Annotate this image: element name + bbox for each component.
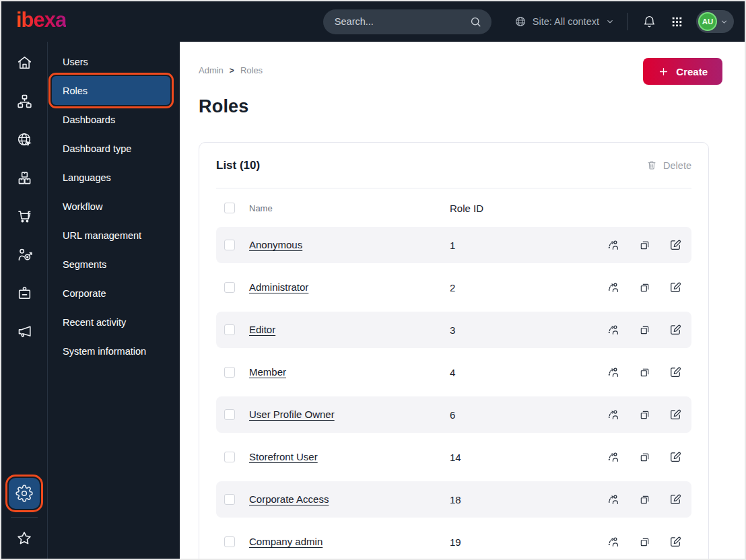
assign-users-button[interactable] [607,238,620,252]
row-checkbox[interactable] [224,494,235,505]
corporate-badge-icon[interactable] [1,274,47,312]
chevron-down-icon [605,17,615,26]
row-checkbox[interactable] [224,282,235,293]
ibexa-logo[interactable]: ibexa [16,9,66,34]
menu-item-url-management[interactable]: URL management [48,221,180,250]
admin-gear-icon[interactable] [9,478,40,509]
menu-item-system-information[interactable]: System information [48,337,180,365]
copy-role-button[interactable] [638,408,651,421]
edit-role-button[interactable] [669,535,682,549]
assign-users-button[interactable] [607,535,620,549]
screenshot-frame: ibexa Search... Site: All context [0,0,746,560]
assign-users-button[interactable] [607,365,620,379]
copy-role-button[interactable] [638,323,651,337]
role-id-value: 2 [450,282,607,293]
list-title: List (10) [216,159,260,172]
assign-users-button[interactable] [607,450,620,464]
edit-role-button[interactable] [669,323,682,337]
role-id-value: 6 [450,409,607,421]
copy-role-button[interactable] [638,238,651,252]
icon-rail [1,42,47,559]
edit-icon [669,238,682,252]
app-switcher-button[interactable] [669,14,685,30]
bookmarks-star-icon[interactable] [1,524,47,553]
breadcrumb-separator: > [230,66,234,75]
menu-item-users[interactable]: Users [48,47,180,76]
bell-icon [642,15,656,29]
role-id-value: 3 [450,324,607,336]
copy-icon [638,409,651,421]
row-checkbox[interactable] [224,409,235,420]
menu-item-dashboard-type[interactable]: Dashboard type [48,134,180,163]
search-icon [469,15,482,28]
products-boxes-icon[interactable] [1,159,47,197]
site-globe-icon[interactable] [1,120,47,159]
role-name-link[interactable]: Administrator [249,281,308,293]
breadcrumb-roles[interactable]: Roles [240,65,263,75]
edit-role-button[interactable] [669,365,682,379]
edit-role-button[interactable] [669,450,682,464]
table-body: Anonymous 1 [216,227,691,559]
copy-icon [638,493,651,506]
row-checkbox[interactable] [224,452,235,462]
home-icon[interactable] [1,44,47,82]
app-grid-icon [671,15,683,28]
role-name-link[interactable]: Corporate Access [249,493,329,505]
role-name-link[interactable]: Anonymous [249,239,302,250]
edit-role-button[interactable] [669,493,682,506]
menu-item-workflow[interactable]: Workflow [48,192,180,221]
admin-menu: Users Roles Dashboards Dashboard type La… [47,42,180,559]
admin-menu-items: Users Roles Dashboards Dashboard type La… [48,47,180,365]
plus-icon [658,66,669,77]
role-id-value: 18 [450,494,607,505]
row-checkbox[interactable] [224,367,235,378]
notifications-button[interactable] [641,13,658,30]
role-name-link[interactable]: Company admin [249,536,323,547]
menu-item-dashboards[interactable]: Dashboards [48,105,180,134]
copy-role-button[interactable] [638,450,651,464]
role-name-link[interactable]: Storefront User [249,451,318,462]
create-button[interactable]: Create [643,58,722,85]
breadcrumb-admin[interactable]: Admin [199,65,224,75]
edit-icon [669,493,682,506]
personalization-target-icon[interactable] [1,236,47,274]
assign-users-button[interactable] [607,323,620,337]
assign-users-button[interactable] [607,493,620,506]
menu-item-segments[interactable]: Segments [48,250,180,279]
assign-users-button[interactable] [607,408,620,421]
assign-users-button[interactable] [607,281,620,294]
table-row: Company admin 19 [216,524,691,559]
delete-button[interactable]: Delete [646,160,691,171]
copy-role-button[interactable] [638,493,651,506]
column-header-role-id: Role ID [450,203,607,214]
copy-role-button[interactable] [638,365,651,379]
table-row: Member 4 [216,354,691,390]
menu-item-label: System information [63,346,146,357]
copy-icon [638,281,651,294]
row-checkbox[interactable] [224,240,235,250]
role-name-link[interactable]: User Profile Owner [249,409,335,420]
select-all-checkbox[interactable] [224,203,235,213]
assign-user-icon [607,450,620,464]
copy-role-button[interactable] [638,281,651,294]
row-checkbox[interactable] [224,536,235,547]
role-name-link[interactable]: Editor [249,324,275,335]
menu-item-languages[interactable]: Languages [48,163,180,192]
edit-role-button[interactable] [669,408,682,421]
menu-item-corporate[interactable]: Corporate [48,279,180,308]
global-search-input[interactable]: Search... [323,9,491,34]
content-tree-icon[interactable] [1,82,47,120]
role-name-link[interactable]: Member [249,366,286,378]
edit-role-button[interactable] [669,281,682,294]
marketing-megaphone-icon[interactable] [1,312,47,351]
menu-item-roles[interactable]: Roles [52,76,170,105]
copy-icon [638,366,651,379]
menu-item-recent-activity[interactable]: Recent activity [48,308,180,337]
commerce-cart-icon[interactable] [1,197,47,236]
user-menu[interactable]: AU [696,10,734,33]
edit-role-button[interactable] [669,238,682,252]
main-content: Admin > Roles Create Roles List (10) [180,42,745,559]
site-context-selector[interactable]: Site: All context [514,15,615,28]
copy-role-button[interactable] [638,535,651,549]
row-checkbox[interactable] [224,324,235,335]
